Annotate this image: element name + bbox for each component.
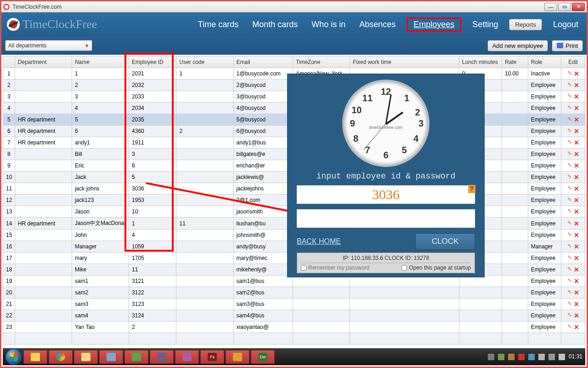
edit-icon[interactable]: ✎ xyxy=(567,243,572,250)
col-edit[interactable]: Edit xyxy=(561,57,585,68)
col-timezone[interactable]: TimeZone xyxy=(293,57,350,68)
open-at-startup-box[interactable] xyxy=(401,265,407,270)
delete-icon[interactable]: ✕ xyxy=(574,127,579,135)
edit-icon[interactable]: ✎ xyxy=(567,139,572,146)
col-name[interactable]: Name xyxy=(72,57,129,68)
delete-icon[interactable]: ✕ xyxy=(574,231,579,239)
delete-icon[interactable]: ✕ xyxy=(574,150,579,158)
tray-icon[interactable] xyxy=(498,354,504,360)
tray-icon[interactable] xyxy=(518,354,525,360)
col-email[interactable]: Email xyxy=(233,57,293,68)
col-role[interactable]: Role xyxy=(528,57,561,68)
window-close-button[interactable]: ✕ xyxy=(572,3,585,11)
nav-who-is-in[interactable]: Who is in xyxy=(309,18,348,31)
delete-icon[interactable]: ✕ xyxy=(574,104,579,112)
delete-icon[interactable]: ✕ xyxy=(574,196,579,204)
remember-password-box[interactable] xyxy=(301,265,306,270)
nav-absences[interactable]: Absences xyxy=(356,18,398,31)
taskbar-item-5[interactable] xyxy=(124,350,148,364)
edit-icon[interactable]: ✎ xyxy=(567,231,572,239)
help-icon[interactable]: ? xyxy=(468,185,475,193)
col-user-code[interactable]: User code xyxy=(176,57,233,68)
edit-icon[interactable]: ✎ xyxy=(567,116,572,123)
open-at-startup-checkbox[interactable]: Open this page at startup xyxy=(401,264,471,271)
add-employee-button[interactable]: Add new employee xyxy=(487,40,548,52)
employee-id-input[interactable]: 3036 ? xyxy=(297,185,475,204)
delete-icon[interactable]: ✕ xyxy=(574,289,579,296)
password-input[interactable] xyxy=(297,209,475,228)
delete-icon[interactable]: ✕ xyxy=(574,139,579,146)
delete-icon[interactable]: ✕ xyxy=(574,266,579,273)
edit-icon[interactable]: ✎ xyxy=(567,220,572,227)
taskbar-item-dw[interactable]: Dw xyxy=(251,350,275,364)
table-row[interactable]: 23Yan Tao2xiaoyantao@Employee✎✕ xyxy=(3,322,585,333)
delete-icon[interactable]: ✕ xyxy=(574,300,579,308)
back-home-link[interactable]: BACK HOME xyxy=(297,237,341,246)
start-button[interactable] xyxy=(6,349,22,365)
edit-icon[interactable]: ✎ xyxy=(567,312,572,319)
edit-icon[interactable]: ✎ xyxy=(567,300,572,308)
edit-icon[interactable]: ✎ xyxy=(567,196,572,204)
delete-icon[interactable]: ✕ xyxy=(574,277,579,285)
edit-icon[interactable]: ✎ xyxy=(567,289,572,296)
tray-clock[interactable]: 01:31 xyxy=(569,354,582,360)
delete-icon[interactable]: ✕ xyxy=(574,243,579,250)
edit-icon[interactable]: ✎ xyxy=(567,162,572,169)
col-lunch-minutes[interactable]: Lunch minutes xyxy=(459,57,502,68)
edit-icon[interactable]: ✎ xyxy=(567,323,572,331)
taskbar-item-9[interactable] xyxy=(226,350,249,364)
tray-volume-icon[interactable] xyxy=(559,354,565,360)
delete-icon[interactable]: ✕ xyxy=(574,220,579,227)
remember-password-checkbox[interactable]: Remember my password xyxy=(301,264,369,271)
print-button[interactable]: Print xyxy=(552,40,583,52)
tray-icon[interactable] xyxy=(508,354,514,360)
edit-icon[interactable]: ✎ xyxy=(567,81,572,89)
department-select[interactable]: All departments ▼ xyxy=(5,40,92,51)
clock-button[interactable]: CLOCK xyxy=(415,233,475,250)
col-fixed-work-time[interactable]: Fixed work time xyxy=(350,57,459,68)
taskbar-item-chrome[interactable] xyxy=(49,350,73,364)
delete-icon[interactable]: ✕ xyxy=(574,70,579,77)
window-maximize-button[interactable]: ▭ xyxy=(558,3,571,11)
window-minimize-button[interactable]: — xyxy=(544,3,557,11)
nav-setting[interactable]: Setting xyxy=(469,18,501,31)
edit-icon[interactable]: ✎ xyxy=(567,104,572,112)
taskbar-item-6[interactable] xyxy=(150,350,174,364)
col-department[interactable]: Department xyxy=(15,57,72,68)
table-row[interactable] xyxy=(3,333,585,345)
edit-icon[interactable]: ✎ xyxy=(567,173,572,181)
delete-icon[interactable]: ✕ xyxy=(574,185,579,192)
edit-icon[interactable]: ✎ xyxy=(567,254,572,262)
col-rownum[interactable] xyxy=(3,57,15,68)
tray-icon[interactable] xyxy=(528,354,535,360)
delete-icon[interactable]: ✕ xyxy=(574,116,579,123)
col-employee-id[interactable]: Employee ID xyxy=(129,57,176,68)
edit-icon[interactable]: ✎ xyxy=(567,277,572,285)
edit-icon[interactable]: ✎ xyxy=(567,266,572,273)
taskbar-item-1[interactable] xyxy=(23,350,47,364)
taskbar-item-7[interactable] xyxy=(175,350,199,364)
nav-month-cards[interactable]: Month cards xyxy=(249,18,300,31)
taskbar-item-4[interactable] xyxy=(99,350,123,364)
edit-icon[interactable]: ✎ xyxy=(567,93,572,100)
edit-icon[interactable]: ✎ xyxy=(567,70,572,77)
taskbar-item-explorer[interactable] xyxy=(74,350,98,364)
edit-icon[interactable]: ✎ xyxy=(567,127,572,135)
delete-icon[interactable]: ✕ xyxy=(574,254,579,262)
tray-icon[interactable] xyxy=(488,354,494,360)
edit-icon[interactable]: ✎ xyxy=(567,185,572,192)
tray-icon[interactable] xyxy=(538,354,545,360)
delete-icon[interactable]: ✕ xyxy=(574,173,579,181)
reports-button[interactable]: Reports xyxy=(509,19,542,30)
taskbar-item-flash[interactable]: Fs xyxy=(200,350,224,364)
table-row[interactable]: 22sam43124sam4@busEmployee✎✕ xyxy=(3,310,585,322)
delete-icon[interactable]: ✕ xyxy=(574,81,579,89)
nav-logout[interactable]: Logout xyxy=(550,18,581,31)
edit-icon[interactable]: ✎ xyxy=(567,150,572,158)
edit-icon[interactable]: ✎ xyxy=(567,208,572,215)
tray-network-icon[interactable] xyxy=(548,354,555,360)
delete-icon[interactable]: ✕ xyxy=(574,162,579,169)
col-rate[interactable]: Rate xyxy=(502,57,528,68)
nav-time-cards[interactable]: Time cards xyxy=(195,18,241,31)
delete-icon[interactable]: ✕ xyxy=(574,323,579,331)
